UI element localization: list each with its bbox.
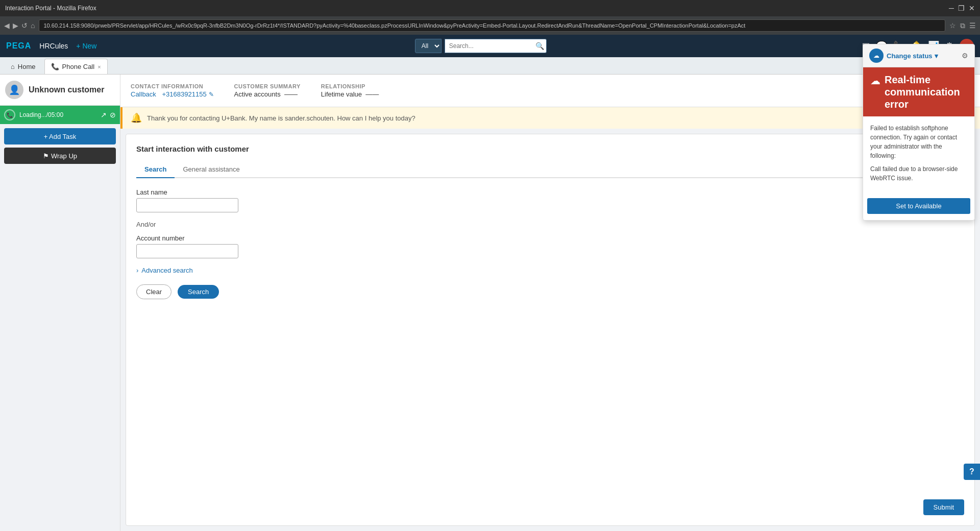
customer-avatar: 👤 [5,81,23,99]
account-number-group: Account number [136,234,964,258]
global-search-input[interactable] [445,39,547,53]
pega-logo: PEGA [6,41,31,51]
active-accounts-value: —— [284,90,298,98]
right-content: CONTACT INFORMATION Callback +3168392115… [120,75,980,531]
change-status-cloud-icon: ☁ [869,49,884,63]
contact-info-label: CONTACT INFORMATION [131,83,214,89]
advanced-search-toggle[interactable]: › Advanced search [136,267,964,274]
extensions-icon[interactable]: ⧉ [960,21,965,30]
call-status-bar: 📞 Loading.../05:00 ↗ ⊘ [0,106,120,124]
lifetime-value-label: Lifetime value [321,90,362,98]
search-scope-select[interactable]: All [415,39,442,53]
clear-button[interactable]: Clear [136,284,172,299]
forward-button[interactable]: ▶ [13,21,18,30]
rtc-popup-header: ☁ Real-time communication error [863,67,974,116]
active-accounts-row: Active accounts —— [234,90,301,98]
active-accounts-label: Active accounts [234,90,281,98]
close-tab-icon[interactable]: × [97,64,101,70]
close-button[interactable]: ✕ [969,4,975,12]
alert-banner: 🔔 Thank you for contacting U+Bank. My na… [120,107,980,129]
wrap-up-button[interactable]: ⚑ Wrap Up [4,148,116,164]
alert-message: Thank you for contacting U+Bank. My name… [147,114,415,122]
rtc-gear-button[interactable]: ⚙ [962,52,968,60]
main-content: 👤 Unknown customer 📞 Loading.../05:00 ↗ … [0,75,980,531]
call-actions: ↗ ⊘ [101,111,116,119]
form-buttons: Clear Search [136,284,964,299]
window-controls: ─ ❐ ✕ [949,4,975,12]
rtc-popup-title: Real-time communication error [885,74,967,110]
account-number-label: Account number [136,234,964,242]
minimize-button[interactable]: ─ [949,4,954,12]
tab-search[interactable]: Search [136,161,175,178]
edit-icon[interactable]: ✎ [209,91,214,98]
callback-number: +31683921155 [162,90,206,98]
search-button[interactable]: Search [178,285,219,299]
left-panel: 👤 Unknown customer 📞 Loading.../05:00 ↗ … [0,75,120,531]
interaction-panel: Start interaction with customer Search G… [126,134,975,526]
alert-icon: 🔔 [131,112,142,124]
app-nav: PEGA HRCules + New All 🔍 ✉ 💬 📞 🔔 📊 ⚙ S [0,35,980,57]
last-name-input[interactable] [136,198,238,212]
tab-home[interactable]: ⌂ Home [4,59,42,74]
home-icon: ⌂ [11,63,15,70]
change-status-chevron: ▾ [935,52,938,60]
global-search-area: All 🔍 [105,39,854,53]
browser-titlebar: Interaction Portal - Mozilla Firefox ─ ❐… [0,0,980,16]
nav-icons: ◀ ▶ ↺ ⌂ [4,21,35,30]
call-mute-button[interactable]: ⊘ [110,111,116,119]
menu-icon[interactable]: ☰ [969,21,976,30]
browser-addressbar: ◀ ▶ ↺ ⌂ 10.60.214.158:9080/prweb/PRServl… [0,16,980,35]
rtc-popup-body: Failed to establish softphone connection… [863,116,974,194]
call-forward-button[interactable]: ↗ [101,111,107,119]
lifetime-value: —— [365,90,379,98]
set-available-button[interactable]: Set to Available [867,198,970,214]
browser-title: Interaction Portal - Mozilla Firefox [5,5,96,12]
last-name-group: Last name [136,188,964,212]
reload-button[interactable]: ↺ [21,21,28,30]
add-task-button[interactable]: + Add Task [4,128,116,144]
new-button[interactable]: + New [76,42,96,50]
account-number-input[interactable] [136,244,238,258]
interaction-title: Start interaction with customer [136,144,964,153]
global-search-button[interactable]: 🔍 [535,42,544,50]
customer-summary-label: CUSTOMER SUMMARY [234,83,301,89]
rtc-cloud-icon: ☁ [870,75,880,87]
home-nav-button[interactable]: ⌂ [31,21,35,30]
wrap-up-icon: ⚑ [43,152,49,160]
call-status-icon: 📞 [4,109,15,120]
change-status-button[interactable]: Change status ▾ [887,52,938,60]
customer-summary-section: CUSTOMER SUMMARY Active accounts —— [234,79,301,103]
contact-info-section: CONTACT INFORMATION Callback +3168392115… [131,79,214,103]
customer-header: 👤 Unknown customer [0,75,120,106]
change-status-label: Change status [887,52,933,60]
submit-button[interactable]: Submit [923,499,964,515]
callback-label: Callback [131,90,156,98]
back-button[interactable]: ◀ [4,21,10,30]
avatar-icon: 👤 [9,84,20,95]
bookmark-icon[interactable]: ☆ [949,21,956,30]
relationship-section: RELATIONSHIP Lifetime value —— [321,79,379,103]
lifetime-value-row: Lifetime value —— [321,90,379,98]
rtc-body-line1: Failed to establish softphone connection… [870,124,967,160]
customer-name: Unknown customer [29,85,104,94]
home-tab-label: Home [18,63,36,70]
rtc-error-popup: ☁ Change status ▾ ⚙ ☁ Real-time communic… [863,44,975,221]
url-text: 10.60.214.158:9080/prweb/PRServlet/app/H… [43,22,745,29]
last-name-label: Last name [136,188,964,196]
and-or-text: And/or [136,221,964,228]
tab-general-assistance[interactable]: General assistance [175,161,248,178]
address-bar[interactable]: 10.60.214.158:9080/prweb/PRServlet/app/H… [39,19,945,32]
relationship-label: RELATIONSHIP [321,83,379,89]
customer-info-bar: CONTACT INFORMATION Callback +3168392115… [120,75,980,107]
rtc-body-line2: Call failed due to a browser-side WebRTC… [870,164,967,183]
advanced-search-label: Advanced search [141,267,192,274]
change-status-bar: ☁ Change status ▾ ⚙ [863,44,974,67]
app-name: HRCules [39,42,68,50]
callback-value: Callback +31683921155 ✎ [131,90,214,98]
tab-phone-call[interactable]: 📞 Phone Call × [44,59,108,74]
call-time-display: Loading.../05:00 [19,111,96,118]
help-button[interactable]: ? [964,464,980,480]
tabs-bar: ⌂ Home 📞 Phone Call × [0,57,980,75]
maximize-button[interactable]: ❐ [958,4,965,12]
wrap-up-label: Wrap Up [51,152,77,160]
